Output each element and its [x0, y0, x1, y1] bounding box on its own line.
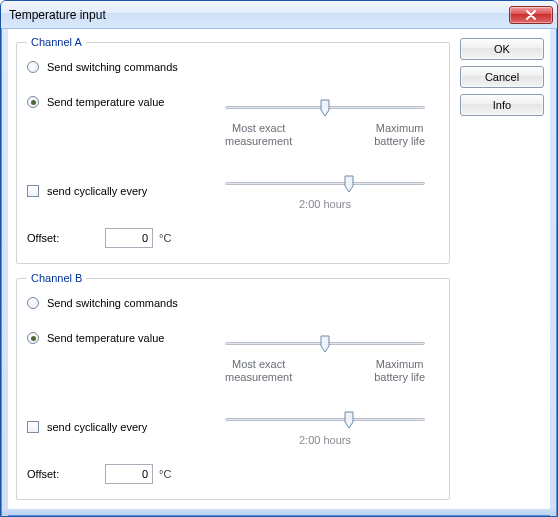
cancel-button[interactable]: Cancel — [460, 66, 544, 88]
checkbox-icon — [27, 421, 39, 433]
measurement-slider[interactable] — [225, 96, 425, 120]
radio-label: Send temperature value — [47, 96, 164, 108]
slider-thumb-icon[interactable] — [320, 335, 330, 353]
slider-labels: Most exact measurement Maximum battery l… — [225, 122, 425, 148]
checkbox-icon — [27, 185, 39, 197]
radio-icon — [27, 297, 39, 309]
slider-labels: Most exact measurement Maximum battery l… — [225, 358, 425, 384]
checkbox-label: send cyclically every — [47, 421, 147, 433]
radio-icon — [27, 332, 39, 344]
slider-label-left: Most exact measurement — [225, 358, 292, 384]
radio-label: Send switching commands — [47, 297, 178, 309]
group-legend: Channel B — [27, 272, 86, 284]
cyclic-slider[interactable] — [225, 408, 425, 432]
titlebar[interactable]: Temperature input — [1, 1, 557, 29]
client-area: Channel A Send switching commands Send t… — [8, 30, 550, 509]
main-column: Channel A Send switching commands Send t… — [16, 36, 450, 503]
offset-unit: °C — [159, 468, 171, 480]
group-channel-b: Channel B Send switching commands Send t… — [16, 272, 450, 500]
slider-thumb-icon[interactable] — [344, 175, 354, 193]
radio-row-temperature[interactable]: Send temperature value — [27, 332, 207, 344]
slider-thumb-icon[interactable] — [320, 99, 330, 117]
offset-value: 0 — [142, 232, 148, 244]
checkbox-cyclic[interactable]: send cyclically every — [27, 185, 207, 197]
ok-button[interactable]: OK — [460, 38, 544, 60]
offset-input[interactable]: 0 — [105, 228, 153, 248]
group-legend: Channel A — [27, 36, 86, 48]
offset-label: Offset: — [27, 468, 87, 480]
offset-value: 0 — [142, 468, 148, 480]
radio-label: Send temperature value — [47, 332, 164, 344]
window-title: Temperature input — [9, 8, 509, 22]
dialog-window: Temperature input Channel A Send switchi… — [0, 0, 558, 517]
close-icon — [525, 10, 537, 20]
measurement-slider[interactable] — [225, 332, 425, 356]
checkbox-cyclic[interactable]: send cyclically every — [27, 421, 207, 433]
slider-label-right: Maximum battery life — [374, 122, 425, 148]
offset-unit: °C — [159, 232, 171, 244]
group-channel-a: Channel A Send switching commands Send t… — [16, 36, 450, 264]
radio-row-switching[interactable]: Send switching commands — [27, 292, 439, 314]
cyclic-value: 2:00 hours — [225, 434, 425, 446]
slider-label-right: Maximum battery life — [374, 358, 425, 384]
radio-row-switching[interactable]: Send switching commands — [27, 56, 439, 78]
button-column: OK Cancel Info — [460, 36, 544, 503]
info-button[interactable]: Info — [460, 94, 544, 116]
cyclic-value: 2:00 hours — [225, 198, 425, 210]
radio-label: Send switching commands — [47, 61, 178, 73]
radio-icon — [27, 96, 39, 108]
offset-input[interactable]: 0 — [105, 464, 153, 484]
cyclic-slider[interactable] — [225, 172, 425, 196]
offset-label: Offset: — [27, 232, 87, 244]
radio-icon — [27, 61, 39, 73]
checkbox-label: send cyclically every — [47, 185, 147, 197]
slider-thumb-icon[interactable] — [344, 411, 354, 429]
radio-row-temperature[interactable]: Send temperature value — [27, 96, 207, 108]
close-button[interactable] — [509, 6, 553, 24]
slider-label-left: Most exact measurement — [225, 122, 292, 148]
